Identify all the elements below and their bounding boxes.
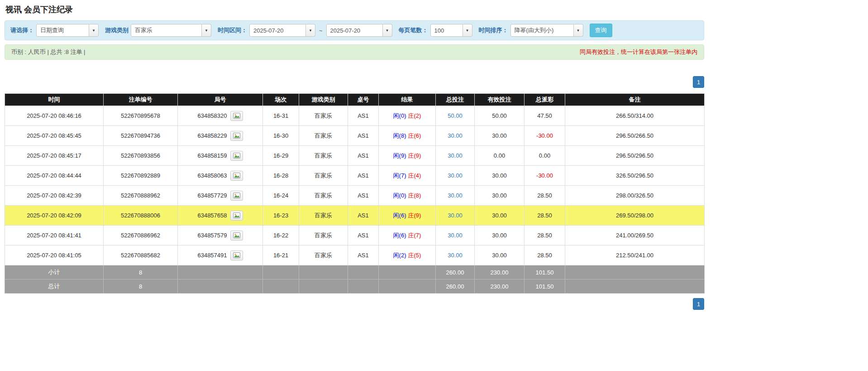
cell-game-type: 百家乐 (299, 146, 348, 166)
cell-payout: 28.50 (525, 246, 565, 265)
page-title: 视讯 会员下注纪录 (5, 0, 704, 20)
chevron-down-icon: ▾ (310, 29, 312, 33)
cell-bet-id: 522670885682 (104, 246, 178, 265)
replay-button[interactable] (230, 211, 243, 221)
cell-table-no: AS1 (348, 246, 379, 265)
cell-valid-bet: 30.00 (475, 226, 525, 246)
cell-bet-id: 522670892889 (104, 166, 178, 186)
replay-button[interactable] (230, 171, 243, 181)
result-banker: 庄(8) (408, 192, 421, 199)
header-result: 结果 (379, 94, 436, 106)
cell-result: 闲(8)庄(6) (379, 126, 436, 146)
total-bet-link[interactable]: 30.00 (448, 192, 463, 199)
cell-time: 2025-07-20 08:41:41 (5, 226, 104, 246)
replay-button[interactable] (230, 131, 243, 141)
cell-remark: 296.50/296.50 (565, 146, 705, 166)
cell-total-bet: 50.00 (436, 106, 475, 126)
time-sort-input[interactable] (510, 24, 574, 37)
cell-total-bet: 30.00 (436, 246, 475, 265)
replay-icon (233, 252, 240, 258)
result-banker: 庄(7) (408, 232, 421, 239)
date-to-input[interactable] (326, 24, 383, 37)
page-size-label: 每页笔数： (399, 26, 428, 34)
replay-icon (233, 173, 240, 178)
table-row[interactable]: 2025-07-20 08:46:16 522670895678 6348583… (5, 106, 705, 126)
total-bet-link[interactable]: 30.00 (448, 172, 463, 179)
cell-game-type: 百家乐 (299, 166, 348, 186)
cell-game-type: 百家乐 (299, 126, 348, 146)
total-bet-link[interactable]: 30.00 (448, 132, 463, 139)
cell-round-id: 634857729 (178, 186, 263, 206)
date-from-input[interactable] (249, 24, 306, 37)
cell-total-bet: 30.00 (436, 226, 475, 246)
cell-valid-bet: 30.00 (475, 206, 525, 226)
table-row[interactable]: 2025-07-20 08:42:09 522670888006 6348576… (5, 206, 705, 226)
cell-remark: 266.50/314.00 (565, 106, 705, 126)
total-bet-link[interactable]: 30.00 (448, 252, 463, 259)
round-id-text: 634857658 (197, 212, 227, 219)
time-sort-dropdown-button[interactable]: ▾ (573, 24, 583, 37)
page-size-input[interactable] (430, 24, 463, 37)
date-to-dropdown-button[interactable]: ▾ (382, 24, 392, 37)
round-id-text: 634858159 (197, 152, 227, 159)
time-range-label: 时间区间： (218, 26, 247, 34)
cell-total-bet: 30.00 (436, 146, 475, 166)
total-row: 总计 8 260.00 230.00 101.50 (5, 279, 705, 294)
total-bet-link[interactable]: 30.00 (448, 232, 463, 239)
cell-session: 16-29 (263, 146, 299, 166)
round-id-text: 634857491 (197, 252, 227, 259)
empty-cell (299, 265, 348, 279)
cell-remark: 326.50/296.50 (565, 166, 705, 186)
table-row[interactable]: 2025-07-20 08:42:39 522670888962 6348577… (5, 186, 705, 206)
total-bet-link[interactable]: 50.00 (448, 112, 463, 119)
result-player: 闲(6) (393, 212, 406, 219)
cell-payout: -30.00 (525, 166, 565, 186)
result-player: 闲(2) (393, 252, 406, 259)
cell-total-bet: 30.00 (436, 166, 475, 186)
game-type-dropdown-button[interactable]: ▾ (201, 24, 211, 37)
cell-payout: 0.00 (525, 146, 565, 166)
time-sort-combobox: ▾ (510, 24, 583, 37)
cell-total-bet: 30.00 (436, 126, 475, 146)
page-size-dropdown-button[interactable]: ▾ (463, 24, 472, 37)
total-bet-link[interactable]: 30.00 (448, 152, 463, 159)
table-row[interactable]: 2025-07-20 08:44:44 522670892889 6348580… (5, 166, 705, 186)
cell-remark: 241.00/269.50 (565, 226, 705, 246)
query-type-dropdown-button[interactable]: ▾ (89, 24, 99, 37)
cell-valid-bet: 50.00 (475, 106, 525, 126)
total-payout: 101.50 (525, 279, 565, 294)
replay-button[interactable] (230, 191, 243, 201)
cell-round-id: 634857658 (178, 206, 263, 226)
replay-button[interactable] (230, 251, 243, 260)
result-player: 闲(0) (393, 192, 406, 199)
cell-remark: 296.50/266.50 (565, 126, 705, 146)
date-from-dropdown-button[interactable]: ▾ (305, 24, 315, 37)
replay-icon (233, 193, 240, 198)
query-type-input[interactable] (36, 24, 89, 37)
header-total-bet: 总投注 (436, 94, 475, 106)
pagination-page-1-bottom[interactable]: 1 (693, 298, 704, 310)
table-row[interactable]: 2025-07-20 08:41:05 522670885682 6348574… (5, 246, 705, 265)
replay-button[interactable] (230, 151, 243, 161)
empty-cell (178, 265, 263, 279)
cell-time: 2025-07-20 08:46:16 (5, 106, 104, 126)
cell-session: 16-24 (263, 186, 299, 206)
cell-table-no: AS1 (348, 186, 379, 206)
table-row[interactable]: 2025-07-20 08:45:17 522670893856 6348581… (5, 146, 705, 166)
table-row[interactable]: 2025-07-20 08:41:41 522670886962 6348575… (5, 226, 705, 246)
summary-bar: 币别 : 人民币 | 总共 :8 注单 | 同局有效投注，统一计算在该局第一张注… (5, 44, 704, 60)
table-row[interactable]: 2025-07-20 08:45:45 522670894736 6348582… (5, 126, 705, 146)
table-header-row: 时间 注单编号 局号 场次 游戏类别 桌号 结果 总投注 有效投注 总派彩 备注 (5, 94, 705, 106)
total-bet-link[interactable]: 30.00 (448, 212, 463, 219)
total-count: 8 (104, 279, 178, 294)
empty-cell (565, 265, 705, 279)
query-button[interactable]: 查询 (590, 24, 612, 37)
cell-session: 16-31 (263, 106, 299, 126)
cell-session: 16-28 (263, 166, 299, 186)
result-player: 闲(6) (393, 232, 406, 239)
game-type-input[interactable] (131, 24, 202, 37)
cell-result: 闲(0)庄(2) (379, 106, 436, 126)
pagination-page-1-top[interactable]: 1 (693, 76, 704, 88)
replay-button[interactable] (230, 111, 243, 121)
replay-button[interactable] (230, 231, 243, 241)
